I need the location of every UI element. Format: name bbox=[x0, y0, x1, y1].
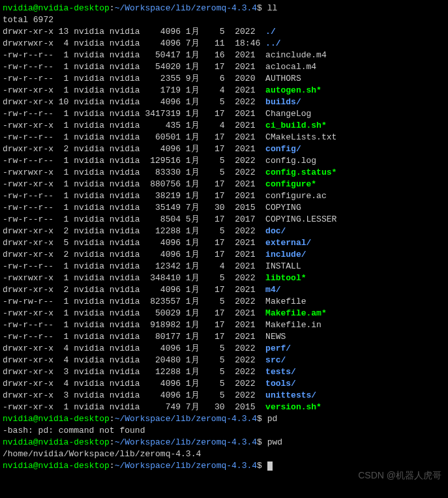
file-entry: -rw-r--r-- 1 nvidia nvidia 12342 1月 4 20… bbox=[3, 261, 445, 272]
file-entry: -rwxrwxr-x 1 nvidia nvidia 83330 1月 5 20… bbox=[3, 167, 445, 179]
file-entry: drwxr-xr-x 4 nvidia nvidia 4096 1月 5 202… bbox=[3, 378, 445, 390]
file-entry: drwxr-xr-x 3 nvidia nvidia 12288 1月 5 20… bbox=[3, 366, 445, 378]
file-entry: -rw-r--r-- 1 nvidia nvidia 8504 5月 17 20… bbox=[3, 214, 445, 226]
error-line: -bash: pd: command not found bbox=[3, 425, 445, 437]
file-entry: drwxr-xr-x 2 nvidia nvidia 4096 1月 17 20… bbox=[3, 284, 445, 296]
file-entry: -rwxr-xr-x 1 nvidia nvidia 50029 1月 17 2… bbox=[3, 308, 445, 319]
file-entry: drwxr-xr-x 13 nvidia nvidia 4096 1月 5 20… bbox=[3, 26, 445, 38]
file-entry: -rw-r--r-- 1 nvidia nvidia 918982 1月 17 … bbox=[3, 319, 445, 331]
prompt-line: nvidia@nvidia-desktop:~/Workspace/lib/ze… bbox=[3, 437, 445, 448]
watermark: CSDN @机器人虎哥 bbox=[358, 469, 441, 475]
pwd-output: /home/nvidia/Workspace/lib/zeromq-4.3.4 bbox=[3, 448, 445, 460]
file-entry: drwxr-xr-x 4 nvidia nvidia 4096 1月 5 202… bbox=[3, 343, 445, 355]
terminal-output[interactable]: nvidia@nvidia-desktop:~/Workspace/lib/ze… bbox=[3, 3, 445, 472]
prompt-line: nvidia@nvidia-desktop:~/Workspace/lib/ze… bbox=[3, 413, 445, 425]
file-entry: -rw-rw-r-- 1 nvidia nvidia 823557 1月 5 2… bbox=[3, 296, 445, 308]
file-entry: -rwxr-xr-x 1 nvidia nvidia 1719 1月 4 202… bbox=[3, 85, 445, 96]
file-entry: -rw-r--r-- 1 nvidia nvidia 60501 1月 17 2… bbox=[3, 132, 445, 143]
file-entry: -rw-r--r-- 1 nvidia nvidia 35149 7月 30 2… bbox=[3, 202, 445, 214]
cursor-icon bbox=[267, 461, 273, 471]
total-line: total 6972 bbox=[3, 14, 445, 26]
file-entry: drwxrwxr-x 4 nvidia nvidia 4096 7月 11 18… bbox=[3, 38, 445, 50]
file-entry: drwxr-xr-x 4 nvidia nvidia 20480 1月 5 20… bbox=[3, 355, 445, 366]
file-entry: -rw-r--r-- 1 nvidia nvidia 2355 9月 6 202… bbox=[3, 73, 445, 85]
file-entry: -rw-r--r-- 1 nvidia nvidia 38219 1月 17 2… bbox=[3, 190, 445, 202]
file-entry: -rwxr-xr-x 1 nvidia nvidia 435 1月 4 2021… bbox=[3, 120, 445, 132]
file-entry: drwxr-xr-x 5 nvidia nvidia 4096 1月 17 20… bbox=[3, 237, 445, 249]
file-entry: -rw-r--r-- 1 nvidia nvidia 50417 1月 16 2… bbox=[3, 50, 445, 61]
file-entry: -rw-r--r-- 1 nvidia nvidia 3417319 1月 17… bbox=[3, 108, 445, 120]
file-entry: -rw-r--r-- 1 nvidia nvidia 54020 1月 17 2… bbox=[3, 61, 445, 73]
file-entry: -rwxr-xr-x 1 nvidia nvidia 880756 1月 17 … bbox=[3, 179, 445, 190]
file-entry: -rwxr-xr-x 1 nvidia nvidia 749 7月 30 201… bbox=[3, 402, 445, 413]
file-entry: drwxr-xr-x 2 nvidia nvidia 4096 1月 17 20… bbox=[3, 249, 445, 261]
file-entry: drwxr-xr-x 10 nvidia nvidia 4096 1月 5 20… bbox=[3, 96, 445, 108]
file-entry: -rw-r--r-- 1 nvidia nvidia 129516 1月 5 2… bbox=[3, 155, 445, 167]
file-entry: drwxr-xr-x 2 nvidia nvidia 4096 1月 17 20… bbox=[3, 143, 445, 155]
file-entry: -rwxrwxr-x 1 nvidia nvidia 348410 1月 5 2… bbox=[3, 272, 445, 284]
file-entry: drwxr-xr-x 2 nvidia nvidia 12288 1月 5 20… bbox=[3, 226, 445, 237]
file-entry: -rw-r--r-- 1 nvidia nvidia 80177 1月 17 2… bbox=[3, 331, 445, 343]
file-entry: drwxr-xr-x 3 nvidia nvidia 4096 1月 5 202… bbox=[3, 390, 445, 402]
prompt-line: nvidia@nvidia-desktop:~/Workspace/lib/ze… bbox=[3, 3, 445, 14]
